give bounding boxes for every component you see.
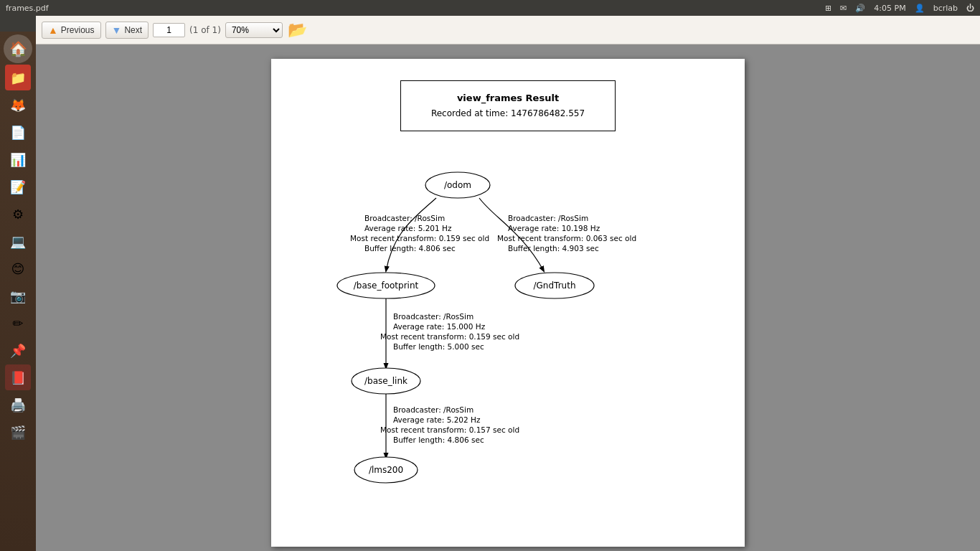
page-input[interactable] bbox=[153, 23, 185, 37]
next-button[interactable]: ▼ Next bbox=[105, 22, 149, 39]
svg-text:Broadcaster: /RosSim: Broadcaster: /RosSim bbox=[364, 214, 445, 222]
sidebar-icon-write[interactable]: ✏️ bbox=[5, 310, 31, 336]
svg-text:Broadcaster: /RosSim: Broadcaster: /RosSim bbox=[393, 312, 473, 321]
sidebar-icon-home[interactable]: 🏠 bbox=[4, 34, 32, 63]
diagram-svg: /odom Broadcaster: /RosSim Average rate:… bbox=[300, 153, 716, 540]
sidebar: 🏠 📁 🦊 📄 📊 📝 ⚙ 💻 😊 📷 ✏️ 📌 📕 🖨️ 🎬 bbox=[0, 32, 36, 551]
svg-text:Average rate: 15.000 Hz: Average rate: 15.000 Hz bbox=[393, 322, 486, 331]
mail-icon[interactable]: ✉ bbox=[840, 4, 847, 13]
pdf-page: view_frames Result Recorded at time: 147… bbox=[271, 59, 745, 547]
user-icon: 👤 bbox=[915, 4, 925, 13]
pdf-area[interactable]: view_frames Result Recorded at time: 147… bbox=[36, 44, 980, 551]
svg-text:/base_link: /base_link bbox=[364, 376, 407, 386]
previous-button[interactable]: ▲ Previous bbox=[42, 22, 101, 39]
svg-text:Buffer length: 4.806 sec: Buffer length: 4.806 sec bbox=[393, 435, 484, 444]
username: bcrlab bbox=[933, 4, 958, 13]
svg-text:/GndTruth: /GndTruth bbox=[534, 281, 576, 291]
svg-text:/lms200: /lms200 bbox=[369, 465, 403, 475]
svg-text:Average rate: 5.201 Hz: Average rate: 5.201 Hz bbox=[364, 224, 452, 232]
page-count: (1 of 1) bbox=[189, 25, 221, 35]
system-bar-right: ⊞ ✉ 🔊 4:05 PM 👤 bcrlab ⏻ bbox=[825, 4, 974, 13]
grid-icon[interactable]: ⊞ bbox=[825, 4, 831, 13]
svg-text:Average rate: 10.198 Hz: Average rate: 10.198 Hz bbox=[508, 224, 600, 232]
diagram-subtitle: Recorded at time: 1476786482.557 bbox=[415, 106, 600, 122]
svg-text:Buffer length: 4.903 sec: Buffer length: 4.903 sec bbox=[508, 244, 599, 253]
sidebar-icon-sticky[interactable]: 📌 bbox=[5, 337, 31, 363]
svg-text:Buffer length: 5.000 sec: Buffer length: 5.000 sec bbox=[393, 342, 484, 351]
sidebar-icon-terminal[interactable]: 💻 bbox=[5, 228, 31, 254]
svg-text:Buffer length: 4.806 sec: Buffer length: 4.806 sec bbox=[364, 244, 456, 253]
sidebar-icon-media[interactable]: 🎬 bbox=[5, 419, 31, 445]
svg-text:Broadcaster: /RosSim: Broadcaster: /RosSim bbox=[508, 214, 588, 222]
svg-text:Most recent transform: 0.157 s: Most recent transform: 0.157 sec old bbox=[380, 425, 519, 434]
sidebar-icon-settings[interactable]: ⚙ bbox=[5, 201, 31, 227]
svg-text:Most recent transform: 0.159 s: Most recent transform: 0.159 sec old bbox=[350, 234, 489, 242]
sidebar-icon-files[interactable]: 📁 bbox=[5, 65, 31, 90]
sidebar-icon-notes[interactable]: 📝 bbox=[5, 174, 31, 199]
previous-label: Previous bbox=[61, 25, 95, 35]
arrow-up-icon: ▲ bbox=[48, 24, 58, 36]
zoom-select[interactable]: 70% 50% 100% 125% 150% 200% bbox=[225, 22, 283, 38]
power-icon[interactable]: ⏻ bbox=[966, 4, 974, 13]
folder-button[interactable]: 📂 bbox=[287, 20, 308, 40]
sidebar-icon-documents[interactable]: 📄 bbox=[5, 119, 31, 145]
sidebar-icon-webcam[interactable]: 📷 bbox=[5, 283, 31, 309]
sidebar-icon-face[interactable]: 😊 bbox=[5, 255, 31, 281]
arrow-down-icon: ▼ bbox=[112, 24, 122, 36]
diagram-header: view_frames Result Recorded at time: 147… bbox=[400, 80, 616, 131]
svg-text:/base_footprint: /base_footprint bbox=[354, 281, 419, 291]
svg-text:Average rate: 5.202 Hz: Average rate: 5.202 Hz bbox=[393, 415, 481, 424]
diagram-title: view_frames Result bbox=[415, 90, 600, 106]
svg-text:Most recent transform: 0.159 s: Most recent transform: 0.159 sec old bbox=[380, 332, 519, 341]
next-label: Next bbox=[124, 25, 142, 35]
svg-text:/odom: /odom bbox=[444, 180, 471, 190]
app-window: ▲ Previous ▼ Next (1 of 1) 70% 50% 100% … bbox=[36, 16, 980, 551]
toolbar: ▲ Previous ▼ Next (1 of 1) 70% 50% 100% … bbox=[36, 16, 980, 44]
window-title: frames.pdf bbox=[6, 4, 49, 13]
diagram-container: view_frames Result Recorded at time: 147… bbox=[300, 80, 716, 540]
sidebar-icon-pdf[interactable]: 📕 bbox=[5, 364, 31, 390]
sidebar-icon-spreadsheet[interactable]: 📊 bbox=[5, 146, 31, 172]
system-bar-left: frames.pdf bbox=[6, 4, 49, 13]
system-bar: frames.pdf ⊞ ✉ 🔊 4:05 PM 👤 bcrlab ⏻ bbox=[0, 0, 980, 16]
svg-text:Most recent transform: 0.063 s: Most recent transform: 0.063 sec old bbox=[497, 234, 636, 242]
clock: 4:05 PM bbox=[874, 4, 905, 13]
sound-icon[interactable]: 🔊 bbox=[855, 4, 865, 13]
svg-text:Broadcaster: /RosSim: Broadcaster: /RosSim bbox=[393, 405, 473, 414]
sidebar-icon-print[interactable]: 🖨️ bbox=[5, 392, 31, 418]
sidebar-icon-firefox[interactable]: 🦊 bbox=[5, 92, 31, 118]
